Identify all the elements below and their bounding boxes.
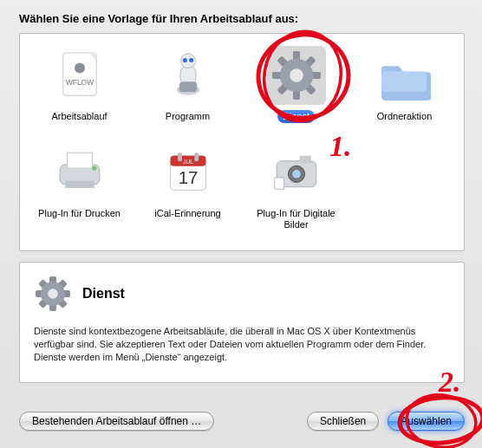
svg-rect-8 (179, 81, 196, 92)
gear-icon (34, 275, 72, 313)
close-button[interactable]: Schließen (307, 412, 379, 431)
template-item-wflow[interactable]: WFLOWArbeitsablauf (25, 42, 134, 140)
svg-point-2 (75, 63, 85, 74)
template-description-panel: Dienst Dienste sind kontextbezogene Arbe… (19, 262, 465, 383)
svg-rect-22 (65, 181, 94, 188)
camera-icon (267, 143, 326, 202)
wflow-icon: WFLOW (50, 46, 109, 105)
template-item-label: Ordneraktion (372, 110, 438, 123)
svg-text:17: 17 (178, 168, 198, 187)
svg-point-7 (189, 58, 193, 62)
dialog-button-row: Bestehenden Arbeitsablauf öffnen … Schli… (19, 412, 465, 431)
template-grid-panel: WFLOWArbeitsablaufProgrammDienstOrdnerak… (19, 33, 465, 251)
svg-point-6 (182, 58, 186, 62)
svg-rect-0 (62, 53, 95, 95)
svg-rect-33 (299, 156, 310, 163)
printer-icon (50, 143, 109, 202)
description-title: Dienst (82, 286, 125, 302)
robot-icon (159, 46, 218, 105)
template-item-calendar[interactable]: JUL17iCal-Erinnerung (134, 140, 242, 237)
svg-point-23 (92, 166, 96, 171)
svg-rect-21 (67, 153, 92, 168)
template-item-label: Dienst (277, 110, 315, 123)
calendar-icon: JUL17 (159, 143, 218, 202)
template-item-label: Plug-In für Drucken (33, 207, 126, 220)
dialog-heading: Wählen Sie eine Vorlage für Ihren Arbeit… (19, 12, 298, 25)
svg-text:JUL: JUL (183, 159, 193, 165)
template-item-label: Arbeitsablauf (46, 110, 112, 123)
svg-text:WFLOW: WFLOW (65, 78, 93, 87)
template-item-gear[interactable]: Dienst (242, 42, 350, 140)
svg-rect-34 (274, 178, 283, 189)
svg-rect-28 (178, 153, 182, 161)
svg-point-32 (292, 170, 301, 179)
template-item-robot[interactable]: Programm (134, 42, 242, 140)
svg-point-18 (290, 68, 303, 82)
svg-point-44 (48, 289, 57, 298)
template-item-label: Plug-In für Digitale Bilder (244, 207, 349, 231)
template-item-label: Programm (160, 110, 215, 123)
template-item-printer[interactable]: Plug-In für Drucken (25, 140, 134, 237)
svg-rect-19 (381, 71, 427, 92)
folder-icon (375, 46, 434, 105)
template-item-camera[interactable]: Plug-In für Digitale Bilder (242, 140, 350, 237)
description-body: Dienste sind kontextbezogene Arbeitsablä… (34, 325, 450, 364)
choose-button[interactable]: Auswählen (388, 412, 465, 431)
svg-rect-29 (194, 153, 199, 161)
template-item-folder[interactable]: Ordneraktion (350, 42, 459, 140)
gear-icon (267, 46, 326, 105)
open-existing-button[interactable]: Bestehenden Arbeitsablauf öffnen … (19, 412, 214, 431)
template-item-label: iCal-Erinnerung (149, 207, 225, 220)
